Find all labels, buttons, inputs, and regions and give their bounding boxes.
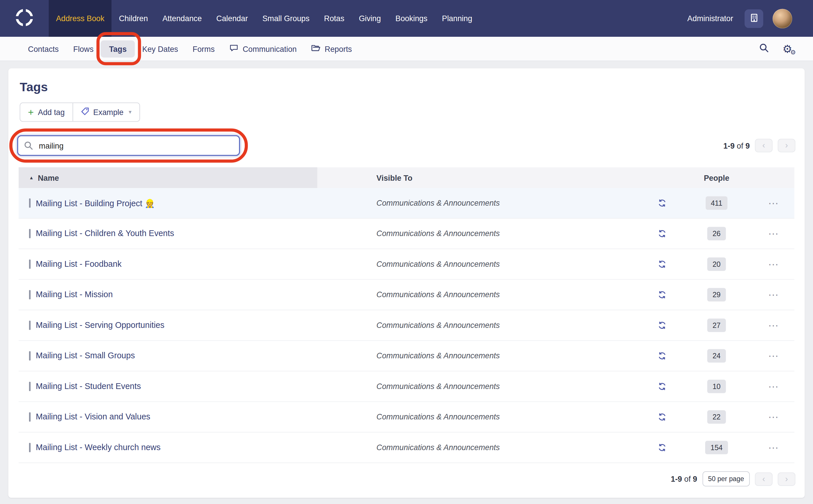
tag-name-link[interactable]: Mailing List - Mission xyxy=(36,290,113,299)
nav-small-groups[interactable]: Small Groups xyxy=(255,0,317,37)
table-row[interactable]: Mailing List - Serving Opportunities Com… xyxy=(19,310,794,341)
tab-reports[interactable]: Reports xyxy=(304,40,359,58)
table-row[interactable]: Mailing List - Building Project 👷 Commun… xyxy=(19,188,794,219)
app-logo[interactable] xyxy=(0,0,49,37)
per-page-select[interactable]: 50 per page xyxy=(702,471,750,486)
people-count-badge[interactable]: 154 xyxy=(706,441,728,454)
nav-address-book[interactable]: Address Book xyxy=(49,0,112,37)
nav-giving[interactable]: Giving xyxy=(352,0,388,37)
search-button[interactable] xyxy=(759,43,769,54)
sort-asc-icon: ▲ xyxy=(29,175,34,180)
row-actions-ellipsis[interactable]: ⋯ xyxy=(768,198,779,208)
table-row[interactable]: Mailing List - Foodbank Communications &… xyxy=(19,249,794,280)
visible-to-cell: Communications & Announcements xyxy=(317,351,644,360)
actions-cell: ⋯ xyxy=(753,351,794,361)
sync-icon[interactable] xyxy=(658,199,666,207)
people-cell: 154 xyxy=(680,441,753,454)
tag-name-cell: Mailing List - Foodbank xyxy=(19,260,317,269)
row-actions-ellipsis[interactable]: ⋯ xyxy=(768,381,779,392)
row-actions-ellipsis[interactable]: ⋯ xyxy=(768,351,779,361)
search-input-icon xyxy=(24,141,33,152)
column-header-name[interactable]: ▲ Name xyxy=(19,167,317,188)
nav-planning[interactable]: Planning xyxy=(435,0,479,37)
visible-to-text: Communications & Announcements xyxy=(376,260,499,268)
visible-to-text: Communications & Announcements xyxy=(376,229,499,238)
tag-name-link[interactable]: Mailing List - Children & Youth Events xyxy=(36,229,174,238)
example-dropdown-button[interactable]: Example ▾ xyxy=(72,103,139,121)
tab-communication-label: Communication xyxy=(243,44,297,53)
sync-cell xyxy=(644,229,680,238)
tag-name-link[interactable]: Mailing List - Building Project 👷 xyxy=(36,198,155,208)
sync-icon[interactable] xyxy=(658,352,666,360)
tag-search-input[interactable] xyxy=(17,135,240,156)
tag-name-link[interactable]: Mailing List - Weekly church news xyxy=(36,443,160,452)
tag-name-link[interactable]: Mailing List - Foodbank xyxy=(36,260,121,269)
visible-to-cell: Communications & Announcements xyxy=(317,229,644,238)
row-actions-ellipsis[interactable]: ⋯ xyxy=(768,229,779,239)
people-count-badge[interactable]: 22 xyxy=(708,410,726,423)
tab-contacts[interactable]: Contacts xyxy=(21,40,66,57)
pagination-next-button[interactable]: › xyxy=(778,139,795,152)
sync-icon[interactable] xyxy=(658,321,666,330)
tag-name-link[interactable]: Mailing List - Serving Opportunities xyxy=(36,321,164,330)
row-actions-ellipsis[interactable]: ⋯ xyxy=(768,259,779,269)
visible-to-cell: Communications & Announcements xyxy=(317,290,644,299)
tag-color-bar xyxy=(29,351,30,360)
row-actions-ellipsis[interactable]: ⋯ xyxy=(768,320,779,330)
table-row[interactable]: Mailing List - Weekly church news Commun… xyxy=(19,432,794,463)
user-avatar[interactable] xyxy=(773,9,792,28)
table-row[interactable]: Mailing List - Mission Communications & … xyxy=(19,280,794,311)
actions-cell: ⋯ xyxy=(753,259,794,269)
nav-attendance[interactable]: Attendance xyxy=(155,0,209,37)
tag-name-cell: Mailing List - Mission xyxy=(19,290,317,299)
sync-icon[interactable] xyxy=(658,291,666,299)
page-title: Tags xyxy=(20,80,796,94)
row-actions-ellipsis[interactable]: ⋯ xyxy=(768,412,779,422)
actions-cell: ⋯ xyxy=(753,381,794,392)
sync-icon[interactable] xyxy=(658,413,666,421)
pagination-prev-button[interactable]: ‹ xyxy=(755,139,773,152)
tag-name-link[interactable]: Mailing List - Small Groups xyxy=(36,351,135,360)
tab-tags[interactable]: Tags xyxy=(101,40,135,57)
settings-button[interactable]: ⚙⚙ xyxy=(783,43,792,54)
people-count-badge[interactable]: 10 xyxy=(708,380,726,393)
table-row[interactable]: Mailing List - Student Events Communicat… xyxy=(19,371,794,402)
sync-icon[interactable] xyxy=(658,382,666,391)
people-count-badge[interactable]: 26 xyxy=(708,227,726,240)
nav-bookings[interactable]: Bookings xyxy=(388,0,435,37)
tab-forms[interactable]: Forms xyxy=(185,40,222,57)
row-actions-ellipsis[interactable]: ⋯ xyxy=(768,290,779,300)
people-count-badge[interactable]: 20 xyxy=(708,258,726,271)
nav-calendar[interactable]: Calendar xyxy=(209,0,255,37)
pagination-range-text-bottom: 1-9 of 9 xyxy=(671,474,697,483)
tab-flows[interactable]: Flows xyxy=(66,40,101,57)
sync-icon[interactable] xyxy=(658,229,666,238)
sync-cell xyxy=(644,199,680,207)
pagination-prev-button-bottom[interactable]: ‹ xyxy=(755,472,773,485)
people-count-badge[interactable]: 29 xyxy=(708,288,726,301)
visible-to-cell: Communications & Announcements xyxy=(317,382,644,391)
tag-name-cell: Mailing List - Serving Opportunities xyxy=(19,321,317,330)
table-row[interactable]: Mailing List - Children & Youth Events C… xyxy=(19,219,794,249)
tag-name-link[interactable]: Mailing List - Student Events xyxy=(36,382,141,391)
people-cell: 10 xyxy=(680,380,753,393)
tag-name-link[interactable]: Mailing List - Vision and Values xyxy=(36,412,150,421)
row-actions-ellipsis[interactable]: ⋯ xyxy=(768,442,779,453)
visible-to-text: Communications & Announcements xyxy=(376,412,499,421)
table-row[interactable]: Mailing List - Small Groups Communicatio… xyxy=(19,341,794,372)
nav-children[interactable]: Children xyxy=(112,0,155,37)
sync-icon[interactable] xyxy=(658,260,666,269)
tab-key-dates[interactable]: Key Dates xyxy=(135,40,185,57)
pagination-next-button-bottom[interactable]: › xyxy=(778,472,795,485)
pagination-range-text: 1-9 of 9 xyxy=(723,141,750,150)
add-tag-button[interactable]: + Add tag xyxy=(20,103,72,121)
people-count-badge[interactable]: 24 xyxy=(708,349,726,362)
visible-to-text: Communications & Announcements xyxy=(376,382,499,390)
tab-communication[interactable]: Communication xyxy=(222,40,304,58)
nav-rotas[interactable]: Rotas xyxy=(317,0,351,37)
sync-icon[interactable] xyxy=(658,443,666,452)
people-count-badge[interactable]: 27 xyxy=(708,319,726,332)
people-count-badge[interactable]: 411 xyxy=(706,196,728,210)
organisation-button[interactable] xyxy=(745,9,763,28)
table-row[interactable]: Mailing List - Vision and Values Communi… xyxy=(19,402,794,433)
